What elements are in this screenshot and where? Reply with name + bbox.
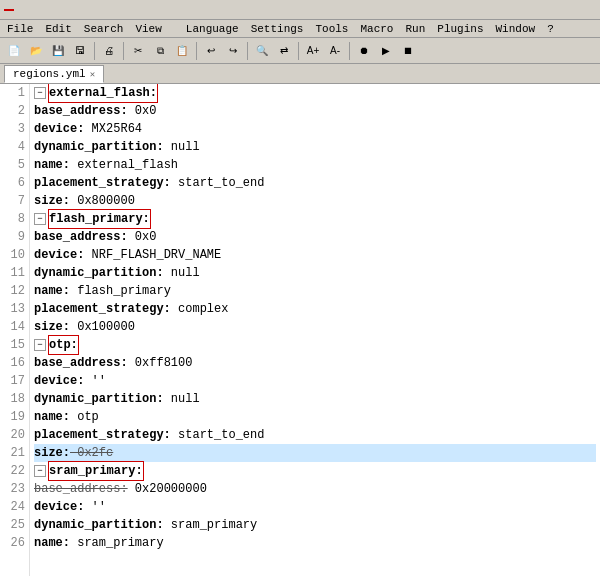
menu-file[interactable]: File (2, 20, 38, 38)
collapse-icon[interactable]: − (34, 87, 46, 99)
toolbar-sep-3 (196, 42, 197, 60)
line-5: name: external_flash (34, 156, 596, 174)
line-25: dynamic_partition: sram_primary (34, 516, 596, 534)
line-16: base_address: 0xff8100 (34, 354, 596, 372)
kv-key: dynamic_partition: (34, 138, 164, 156)
menu-run[interactable]: Run (400, 20, 430, 38)
open-button[interactable]: 📂 (26, 41, 46, 61)
kv-key: size: (34, 192, 70, 210)
line-17: device: '' (34, 372, 596, 390)
line-6: placement_strategy: start_to_end (34, 174, 596, 192)
kv-value: start_to_end (171, 426, 265, 444)
line-10: device: NRF_FLASH_DRV_NAME (34, 246, 596, 264)
line-numbers: 1234567891011121314151617181920212223242… (0, 84, 30, 576)
editor-area: 1234567891011121314151617181920212223242… (0, 84, 600, 576)
toolbar-sep-1 (94, 42, 95, 60)
code-content[interactable]: −external_flash: base_address: 0x0 devic… (30, 84, 600, 576)
toolbar-sep-4 (247, 42, 248, 60)
collapse-icon[interactable]: − (34, 339, 46, 351)
line-2: base_address: 0x0 (34, 102, 596, 120)
kv-key: device: (34, 120, 84, 138)
menu-macro[interactable]: Macro (355, 20, 398, 38)
section-label: flash_primary: (48, 209, 151, 229)
tab-label: regions.yml (13, 68, 86, 80)
kv-key: base_address: (34, 228, 128, 246)
menu-view[interactable]: View (130, 20, 166, 38)
menu-tools[interactable]: Tools (310, 20, 353, 38)
toolbar-sep-2 (123, 42, 124, 60)
cut-button[interactable]: ✂ (128, 41, 148, 61)
section-label: otp: (48, 335, 79, 355)
menu-help[interactable]: ? (542, 20, 559, 38)
menu-encoding[interactable] (169, 20, 179, 38)
tab-close-icon[interactable]: ✕ (90, 69, 95, 80)
kv-value: sram_primary (164, 516, 258, 534)
kv-key: dynamic_partition: (34, 516, 164, 534)
line-26: name: sram_primary (34, 534, 596, 552)
menu-window[interactable]: Window (491, 20, 541, 38)
kv-key: base_address: (34, 354, 128, 372)
line-1: −external_flash: (34, 84, 596, 102)
find-button[interactable]: 🔍 (252, 41, 272, 61)
menu-settings[interactable]: Settings (246, 20, 309, 38)
kv-key: name: (34, 282, 70, 300)
kv-value: null (164, 390, 200, 408)
kv-value: 0x0 (128, 228, 157, 246)
save-button[interactable]: 💾 (48, 41, 68, 61)
zoom-out-button[interactable]: A- (325, 41, 345, 61)
macro-rec-button[interactable]: ⏺ (354, 41, 374, 61)
kv-key: placement_strategy: (34, 174, 171, 192)
line-8: −flash_primary: (34, 210, 596, 228)
save-all-button[interactable]: 🖫 (70, 41, 90, 61)
line-24: device: '' (34, 498, 596, 516)
line-15: −otp: (34, 336, 596, 354)
kv-value: external_flash (70, 156, 178, 174)
tab-regions-yml[interactable]: regions.yml ✕ (4, 65, 104, 83)
kv-key: dynamic_partition: (34, 390, 164, 408)
menu-language[interactable]: Language (181, 20, 244, 38)
menu-edit[interactable]: Edit (40, 20, 76, 38)
toolbar-sep-6 (349, 42, 350, 60)
kv-value: null (164, 138, 200, 156)
title-bar (0, 0, 600, 20)
kv-value: start_to_end (171, 174, 265, 192)
zoom-in-button[interactable]: A+ (303, 41, 323, 61)
section-label: sram_primary: (48, 461, 144, 481)
redo-button[interactable]: ↪ (223, 41, 243, 61)
paste-button[interactable]: 📋 (172, 41, 192, 61)
line-12: name: flash_primary (34, 282, 596, 300)
kv-key: base_address: (34, 480, 128, 498)
menu-search[interactable]: Search (79, 20, 129, 38)
replace-button[interactable]: ⇄ (274, 41, 294, 61)
toolbar-sep-5 (298, 42, 299, 60)
line-9: base_address: 0x0 (34, 228, 596, 246)
collapse-icon[interactable]: − (34, 465, 46, 477)
macro-play-button[interactable]: ▶ (376, 41, 396, 61)
collapse-icon[interactable]: − (34, 213, 46, 225)
kv-key: size: (34, 444, 70, 462)
line-4: dynamic_partition: null (34, 138, 596, 156)
kv-key: name: (34, 156, 70, 174)
kv-key: dynamic_partition: (34, 264, 164, 282)
kv-value: null (164, 264, 200, 282)
undo-button[interactable]: ↩ (201, 41, 221, 61)
print-button[interactable]: 🖨 (99, 41, 119, 61)
copy-button[interactable]: ⧉ (150, 41, 170, 61)
menu-bar: File Edit Search View Language Settings … (0, 20, 600, 38)
kv-key: device: (34, 372, 84, 390)
kv-key: placement_strategy: (34, 300, 171, 318)
kv-value: 0x800000 (70, 192, 135, 210)
line-11: dynamic_partition: null (34, 264, 596, 282)
toolbar: 📄 📂 💾 🖫 🖨 ✂ ⧉ 📋 ↩ ↪ 🔍 ⇄ A+ A- ⏺ ▶ ⏹ (0, 38, 600, 64)
new-button[interactable]: 📄 (4, 41, 24, 61)
kv-value: 0x2fc (70, 444, 113, 462)
line-13: placement_strategy: complex (34, 300, 596, 318)
kv-key: size: (34, 318, 70, 336)
kv-key: device: (34, 498, 84, 516)
kv-key: placement_strategy: (34, 426, 171, 444)
macro-stop-button[interactable]: ⏹ (398, 41, 418, 61)
tab-bar: regions.yml ✕ (0, 64, 600, 84)
menu-plugins[interactable]: Plugins (432, 20, 488, 38)
line-14: size: 0x100000 (34, 318, 596, 336)
title-active-file (4, 9, 14, 11)
